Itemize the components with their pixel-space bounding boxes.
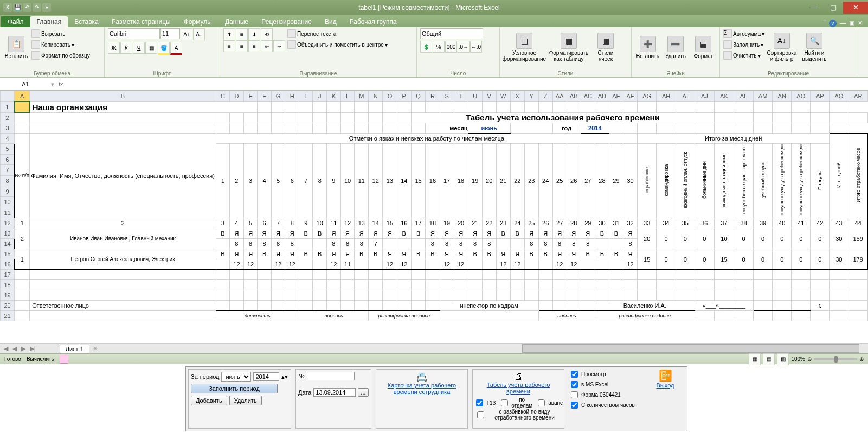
col-header[interactable]: AH xyxy=(657,91,676,102)
tab-nav-prev[interactable]: ◀ xyxy=(10,345,19,352)
col-header[interactable]: P xyxy=(397,91,411,102)
cut-button[interactable]: Вырезать xyxy=(31,28,90,39)
align-bottom-button[interactable]: ⬇ xyxy=(248,28,260,40)
cell-org[interactable]: Наша организация xyxy=(30,101,258,112)
view-pagebreak-button[interactable]: ▧ xyxy=(777,353,789,365)
col-header[interactable]: AL xyxy=(734,91,753,102)
align-top-button[interactable]: ⬆ xyxy=(223,28,235,40)
col-header[interactable]: AA xyxy=(552,91,567,102)
align-middle-button[interactable]: ≡ xyxy=(236,28,248,40)
col-header[interactable]: O xyxy=(383,91,397,102)
col-header[interactable]: K xyxy=(327,91,341,102)
col-header[interactable]: E xyxy=(243,91,258,102)
hours-checkbox[interactable] xyxy=(571,402,578,409)
tab-nav-next[interactable]: ▶ xyxy=(19,345,28,352)
align-left-button[interactable]: ≡ xyxy=(223,40,235,52)
col-header[interactable]: H xyxy=(285,91,299,102)
col-header[interactable]: AJ xyxy=(695,91,714,102)
align-center-button[interactable]: ≡ xyxy=(236,40,248,52)
minimize-button[interactable]: — xyxy=(804,2,824,14)
number-format-select[interactable] xyxy=(420,28,483,39)
font-size-select[interactable] xyxy=(160,28,180,39)
save-icon[interactable]: 💾 xyxy=(13,3,22,12)
zoom-in-button[interactable]: ⊕ xyxy=(859,356,864,362)
format-cells-button[interactable]: ▦Формат xyxy=(691,28,716,66)
col-header[interactable]: X xyxy=(510,91,524,102)
inc-decimal-button[interactable]: .0→ xyxy=(458,41,470,53)
name-box[interactable] xyxy=(0,80,51,88)
qat-more-icon[interactable]: ▾ xyxy=(42,3,51,12)
worksheet[interactable]: ABCDEFGHIJKLMNOPQRSTUVWXYZAAABACADAEAFAG… xyxy=(0,91,868,343)
help-icon[interactable]: ? xyxy=(829,20,837,27)
cond-format-button[interactable]: ▦Условное форматирование xyxy=(503,28,545,66)
shrink-font-button[interactable]: A↓ xyxy=(193,28,205,40)
date-picker-button[interactable]: ... xyxy=(358,388,368,397)
currency-button[interactable]: 💲 xyxy=(420,41,432,53)
form-checkbox[interactable] xyxy=(571,391,578,398)
new-sheet-icon[interactable]: ✳ xyxy=(89,345,101,352)
period-month-select[interactable]: июнь xyxy=(221,372,251,382)
format-painter-button[interactable]: Формат по образцу xyxy=(31,50,90,61)
view-layout-button[interactable]: ▤ xyxy=(763,353,775,365)
sheet-tab-1[interactable]: Лист 1 xyxy=(60,345,89,353)
col-header[interactable]: U xyxy=(468,91,482,102)
format-table-button[interactable]: ▦Форматировать как таблицу xyxy=(548,28,590,66)
col-header[interactable]: S xyxy=(440,91,454,102)
col-header[interactable]: AI xyxy=(676,91,695,102)
zoom-out-button[interactable]: ⊖ xyxy=(807,356,812,362)
excel-checkbox[interactable] xyxy=(571,381,578,388)
col-header[interactable]: L xyxy=(340,91,355,102)
undo-icon[interactable]: ↶ xyxy=(23,3,31,12)
exit-link[interactable]: Выход xyxy=(657,382,674,389)
col-header[interactable]: AN xyxy=(773,91,792,102)
align-right-button[interactable]: ≡ xyxy=(248,40,260,52)
col-header[interactable]: AC xyxy=(581,91,595,102)
tab-nav-first[interactable]: |◀ xyxy=(0,345,10,352)
insert-cells-button[interactable]: ➕Вставить xyxy=(635,28,660,66)
tab-review[interactable]: Рецензирование xyxy=(255,16,318,27)
maximize-button[interactable]: ▢ xyxy=(824,2,843,14)
col-header[interactable]: Z xyxy=(538,91,552,102)
col-header[interactable]: AB xyxy=(567,91,581,102)
italic-button[interactable]: К xyxy=(120,42,132,54)
tab-data[interactable]: Данные xyxy=(218,16,255,27)
bold-button[interactable]: Ж xyxy=(108,42,120,54)
doc-minimize-icon[interactable]: — xyxy=(840,20,846,27)
fill-period-button[interactable]: Заполнить период xyxy=(191,384,278,393)
col-header[interactable]: Y xyxy=(524,91,538,102)
percent-button[interactable]: % xyxy=(433,41,445,53)
wrap-text-button[interactable]: Перенос текста xyxy=(287,28,388,39)
tab-layout[interactable]: Разметка страницы xyxy=(105,16,177,27)
sort-filter-button[interactable]: A↓Сортировка и фильтр xyxy=(767,28,797,66)
thousands-button[interactable]: 000 xyxy=(445,41,457,53)
col-header[interactable]: AF xyxy=(623,91,638,102)
col-header[interactable]: W xyxy=(496,91,510,102)
tab-view[interactable]: Вид xyxy=(318,16,343,27)
col-header[interactable]: C xyxy=(216,91,229,102)
col-header[interactable]: V xyxy=(482,91,496,102)
paste-button[interactable]: 📋Вставить xyxy=(3,28,29,66)
dec-decimal-button[interactable]: ←.0 xyxy=(470,41,482,53)
copy-button[interactable]: Копировать▾ xyxy=(31,39,90,50)
macro-record-icon[interactable] xyxy=(60,355,68,364)
col-header[interactable]: AG xyxy=(638,91,657,102)
col-header[interactable]: T xyxy=(454,91,468,102)
autosum-button[interactable]: ΣАвтосумма▾ xyxy=(723,28,764,39)
redo-icon[interactable]: ↷ xyxy=(33,3,41,12)
orientation-button[interactable]: ⟲ xyxy=(261,28,273,40)
employee-card-link[interactable]: Карточка учета рабочего времени сотрудни… xyxy=(388,382,456,395)
delete-button[interactable]: Удалить xyxy=(229,396,262,405)
t13-checkbox[interactable] xyxy=(476,399,483,406)
col-header[interactable]: F xyxy=(258,91,271,102)
fx-icon[interactable]: fx xyxy=(54,81,68,87)
view-normal-button[interactable]: ▦ xyxy=(749,353,761,365)
underline-button[interactable]: Ч xyxy=(133,42,145,54)
add-button[interactable]: Добавить xyxy=(191,396,227,405)
col-header[interactable]: AM xyxy=(754,91,773,102)
font-color-button[interactable]: A xyxy=(170,42,182,55)
col-header[interactable]: AP xyxy=(811,91,830,102)
tab-file[interactable]: Файл xyxy=(1,16,30,27)
col-header[interactable]: G xyxy=(271,91,285,102)
cell-title[interactable]: Табель учета использования рабочего врем… xyxy=(411,112,714,123)
col-header[interactable]: AD xyxy=(595,91,609,102)
